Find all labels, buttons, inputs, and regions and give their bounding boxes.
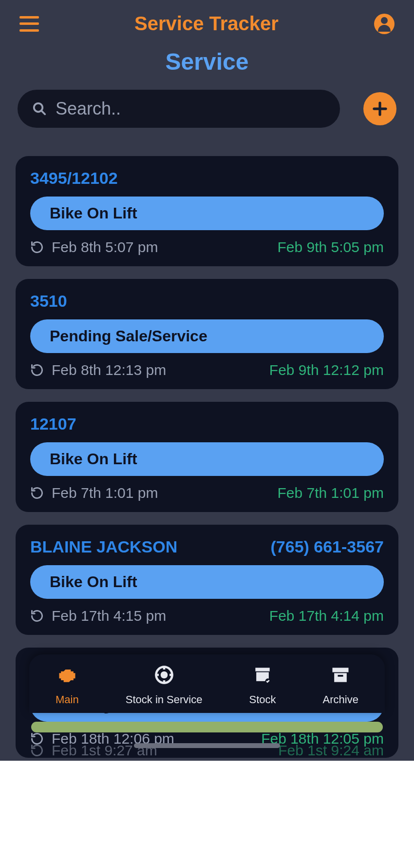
nav-stock-in-service[interactable]: Stock in Service [126, 664, 203, 706]
refresh-icon [30, 744, 44, 757]
nav-label: Stock [249, 693, 276, 706]
updated-time: Feb 17th 4:15 pm [52, 608, 166, 624]
refresh-icon [30, 486, 44, 500]
search-input[interactable] [56, 99, 325, 119]
store-icon [252, 664, 273, 689]
status-pill: Pending Sale/Service [30, 319, 384, 353]
page-title: Service [0, 48, 414, 75]
refresh-icon [30, 240, 44, 254]
updated-time: Feb 8th 12:13 pm [52, 362, 166, 378]
progress-bar-fragment [31, 722, 383, 732]
engine-icon [56, 664, 78, 689]
bottom-nav: Main Stock in Service Stock [29, 654, 385, 713]
due-time: Feb 17th 4:14 pm [269, 608, 384, 624]
due-time: Feb 9th 5:05 pm [278, 239, 384, 256]
updated-time: Feb 7th 1:01 pm [52, 485, 158, 501]
svg-rect-15 [338, 675, 343, 677]
app-root: Service Tracker Service 3495/12102 B [0, 0, 414, 761]
status-pill: Bike On Lift [30, 197, 384, 230]
svg-line-1 [41, 111, 45, 114]
nav-archive[interactable]: Archive [323, 664, 358, 706]
service-card[interactable]: 12107 Bike On Lift Feb 7th 1:01 pm Feb 7… [16, 402, 398, 512]
service-card[interactable]: 3510 Pending Sale/Service Feb 8th 12:13 … [16, 279, 398, 389]
service-card[interactable]: 3495/12102 Bike On Lift Feb 8th 5:07 pm … [16, 156, 398, 266]
search-row [0, 75, 414, 133]
card-id: 3510 [30, 292, 67, 311]
card-id: 3495/12102 [30, 169, 118, 188]
svg-rect-10 [255, 668, 269, 671]
svg-point-5 [160, 671, 168, 679]
app-title: Service Tracker [134, 13, 279, 35]
status-pill: Bike On Lift [30, 442, 384, 476]
app-header: Service Tracker [0, 0, 414, 39]
due-time: Feb 9th 12:12 pm [269, 362, 384, 378]
menu-button[interactable] [19, 16, 39, 32]
due-time: Feb 1st 9:24 am [278, 742, 384, 759]
due-time: Feb 7th 1:01 pm [278, 485, 384, 501]
card-id: 12107 [30, 414, 76, 434]
nav-label: Archive [323, 693, 358, 706]
profile-icon[interactable] [374, 14, 395, 34]
refresh-icon [30, 363, 44, 377]
card-phone: (765) 661-3567 [270, 537, 384, 556]
nav-label: Main [56, 693, 79, 706]
updated-time: Feb 8th 5:07 pm [52, 239, 158, 256]
refresh-icon [30, 609, 44, 623]
nav-label: Stock in Service [126, 693, 203, 706]
home-indicator [134, 743, 280, 748]
service-card[interactable]: BLAINE JACKSON (765) 661-3567 Bike On Li… [16, 525, 398, 635]
svg-rect-14 [334, 673, 347, 682]
card-id: BLAINE JACKSON [30, 537, 177, 556]
nav-main[interactable]: Main [56, 664, 79, 706]
search-icon [32, 101, 47, 116]
add-button[interactable] [363, 92, 396, 125]
search-box[interactable] [18, 90, 340, 128]
status-pill: Bike On Lift [30, 565, 384, 599]
archive-icon [330, 664, 351, 689]
svg-rect-13 [333, 668, 349, 672]
nav-stock[interactable]: Stock [249, 664, 276, 706]
tire-icon [153, 664, 175, 689]
